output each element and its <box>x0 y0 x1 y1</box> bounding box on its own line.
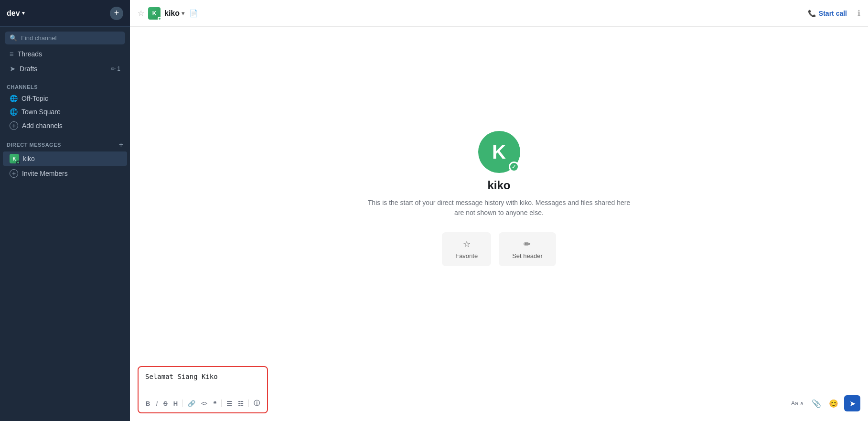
favorite-star-icon[interactable]: ☆ <box>138 9 144 18</box>
favorite-button[interactable]: ☆ Favorite <box>442 232 491 266</box>
document-icon[interactable]: 📄 <box>189 9 198 18</box>
star-icon: ☆ <box>463 239 471 249</box>
search-input[interactable] <box>21 34 120 42</box>
sidebar-item-off-topic[interactable]: 🌐 Off-Topic ✏ <box>3 92 127 105</box>
header-chevron-icon: ▾ <box>182 10 184 17</box>
header-name-text: kiko <box>164 9 180 18</box>
unordered-list-button[interactable]: ☰ <box>224 398 235 409</box>
info-button[interactable]: ⓘ <box>251 397 262 410</box>
toolbar-divider-1 <box>182 399 183 407</box>
header-actions: 📞 Start call ℹ <box>803 7 860 20</box>
sidebar-header: dev ▾ + <box>0 0 130 27</box>
drafts-label: Drafts <box>20 65 37 73</box>
sidebar: dev ▾ + 🔍 ≡ Threads ➤ Drafts ✏ 1 CHANNEL… <box>0 0 130 421</box>
globe-icon-2: 🌐 <box>10 108 18 116</box>
globe-icon: 🌐 <box>10 95 18 102</box>
chat-header: ☆ K kiko ▾ 📄 📞 Start call ℹ <box>130 0 868 27</box>
attachment-button[interactable]: 📎 <box>810 397 823 410</box>
add-workspace-button[interactable]: + <box>110 7 123 20</box>
kiko-dm-label: kiko <box>23 155 35 162</box>
add-circle-icon: + <box>10 121 18 130</box>
link-button[interactable]: 🔗 <box>185 398 198 409</box>
workspace-name[interactable]: dev ▾ <box>7 9 25 18</box>
ordered-list-button[interactable]: ☷ <box>236 398 246 409</box>
code-button[interactable]: <> <box>199 399 210 408</box>
big-avatar-letter: K <box>492 141 506 163</box>
action-buttons: ☆ Favorite ✏ Set header <box>442 232 556 266</box>
drafts-icon: ➤ <box>10 65 16 73</box>
workspace-label: dev <box>7 9 20 18</box>
italic-button[interactable]: I <box>153 398 160 409</box>
phone-icon: 📞 <box>808 10 816 17</box>
info-icon[interactable]: ℹ <box>857 9 860 18</box>
big-user-name: kiko <box>487 179 510 192</box>
dm-description: This is the start of your direct message… <box>365 198 633 218</box>
sidebar-item-drafts[interactable]: ➤ Drafts ✏ 1 <box>3 62 127 76</box>
sidebar-item-threads[interactable]: ≡ Threads <box>3 47 127 61</box>
sidebar-item-town-square[interactable]: 🌐 Town Square ✏ <box>3 106 127 118</box>
font-size-button[interactable]: Aa ∧ <box>789 398 806 409</box>
channel-off-topic-label: Off-Topic <box>21 95 48 102</box>
header-online-dot <box>158 17 161 21</box>
message-input-area: B I S H 🔗 <> ❝ ☰ ☷ ⓘ Aa ∧ 📎 <box>130 361 868 421</box>
add-dm-button[interactable]: + <box>119 140 123 149</box>
message-toolbar: B I S H 🔗 <> ❝ ☰ ☷ ⓘ <box>139 394 267 412</box>
user-profile-section: K ✓ kiko This is the start of your direc… <box>365 131 633 218</box>
channels-header-label: CHANNELS <box>7 84 38 90</box>
favorite-label: Favorite <box>455 252 478 259</box>
main-content: ☆ K kiko ▾ 📄 📞 Start call ℹ K ✓ kiko Thi… <box>130 0 868 421</box>
header-avatar: K <box>148 7 161 20</box>
set-header-button[interactable]: ✏ Set header <box>499 232 556 266</box>
toolbar-divider-3 <box>248 399 249 407</box>
invite-members-button[interactable]: + Invite Members <box>3 167 127 180</box>
dm-header-label: DIRECT MESSAGES <box>7 142 61 148</box>
heading-button[interactable]: H <box>171 398 180 409</box>
kiko-avatar: K <box>10 154 19 163</box>
strikethrough-button[interactable]: S <box>161 398 170 409</box>
bold-button[interactable]: B <box>143 398 152 409</box>
direct-messages-section-header: DIRECT MESSAGES + <box>0 133 130 151</box>
online-status-dot <box>16 161 20 164</box>
start-call-button[interactable]: 📞 Start call <box>803 7 852 20</box>
draft-count-badge: ✏ 1 <box>111 65 120 72</box>
pencil-icon: ✏ <box>524 239 531 249</box>
send-button[interactable]: ➤ <box>844 395 860 411</box>
big-online-dot: ✓ <box>509 162 519 172</box>
emoji-button[interactable]: 😊 <box>827 397 840 410</box>
start-call-label: Start call <box>819 10 847 17</box>
threads-icon: ≡ <box>10 50 14 58</box>
find-channel-search[interactable]: 🔍 <box>5 32 125 44</box>
add-channels-label: Add channels <box>22 122 63 130</box>
sidebar-item-kiko[interactable]: K kiko <box>3 151 127 166</box>
message-text-input[interactable] <box>139 367 267 392</box>
header-user-name[interactable]: kiko ▾ <box>164 9 184 18</box>
workspace-chevron-icon: ▾ <box>22 10 25 16</box>
quote-button[interactable]: ❝ <box>211 398 219 409</box>
chat-body: K ✓ kiko This is the start of your direc… <box>130 27 868 361</box>
channels-section-header: CHANNELS <box>0 76 130 92</box>
big-avatar: K ✓ <box>478 131 520 173</box>
add-channels-button[interactable]: + Add channels <box>3 119 127 132</box>
message-box: B I S H 🔗 <> ❝ ☰ ☷ ⓘ <box>138 366 268 413</box>
threads-label: Threads <box>18 50 42 58</box>
toolbar-divider-2 <box>221 399 222 407</box>
invite-members-label: Invite Members <box>22 170 68 177</box>
set-header-label: Set header <box>512 252 543 259</box>
invite-plus-icon: + <box>10 169 18 178</box>
channel-town-square-label: Town Square <box>21 108 61 116</box>
search-icon: 🔍 <box>10 34 17 42</box>
